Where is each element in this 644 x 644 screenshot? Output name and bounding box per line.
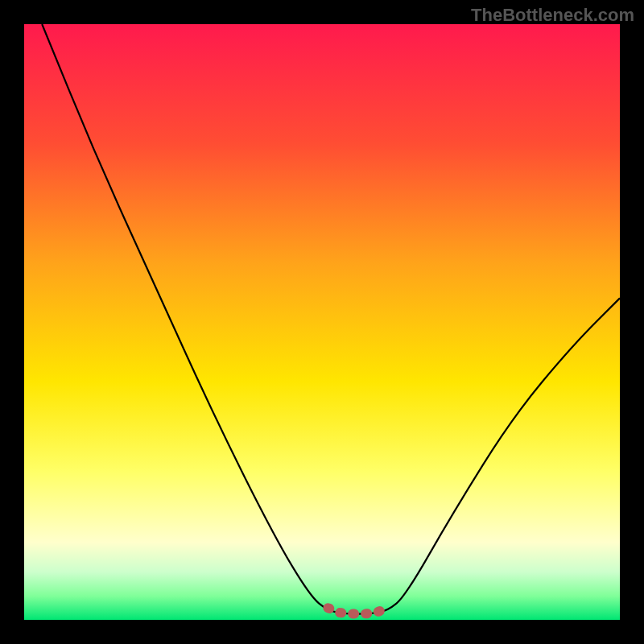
bottleneck-chart — [24, 24, 620, 620]
chart-frame: TheBottleneck.com — [0, 0, 644, 644]
plot-area — [24, 24, 620, 620]
watermark-label: TheBottleneck.com — [471, 5, 634, 26]
gradient-background — [24, 24, 620, 620]
